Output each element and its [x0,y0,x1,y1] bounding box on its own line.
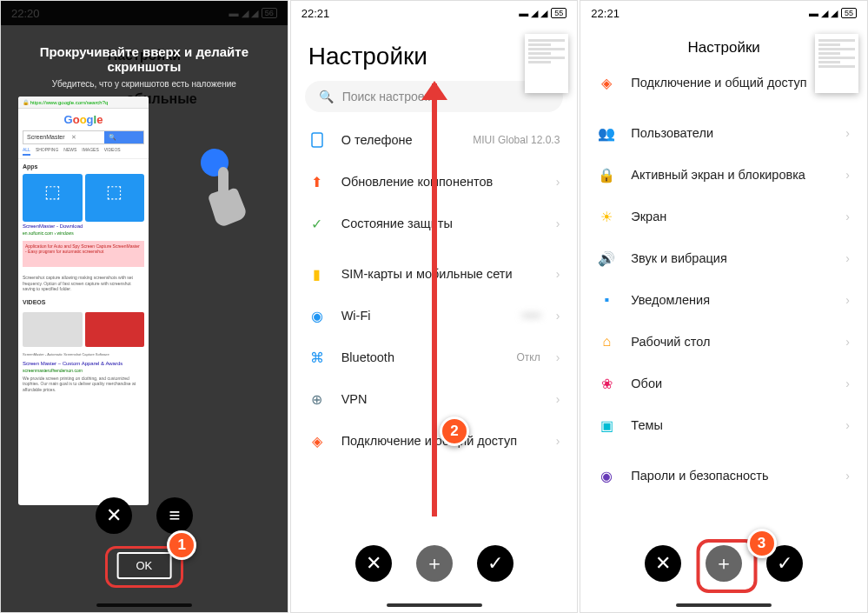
scroll-arrow-icon [432,83,437,516]
chevron-right-icon: › [845,376,850,390]
chevron-right-icon: › [845,293,850,307]
home-icon: ⌂ [598,333,615,350]
chevron-right-icon: › [556,217,560,230]
chevron-right-icon: › [556,392,560,406]
vpn-icon: ⊕ [308,390,326,408]
confirm-button[interactable]: ✓ [477,545,514,582]
ok-button[interactable]: OK [116,552,171,579]
status-time: 22:21 [301,7,330,20]
settings-row-users[interactable]: 👥Пользователи› [580,112,867,154]
chevron-right-icon: › [556,350,560,364]
sim-icon: ▮ [308,265,326,283]
action-buttons: ✕ ＋ ✓ [291,545,578,582]
status-icons: ▬ ◢ ◢ 55 [519,8,567,19]
tutorial-subtitle: Убедитесь, что у скриншотов есть наложен… [18,79,270,89]
chevron-right-icon: › [556,434,560,448]
action-buttons: ✕ ＋ ✓ [580,545,867,582]
brightness-icon: ☀ [598,208,615,225]
status-icons: ▬ ◢ ◢ 55 [809,8,857,19]
google-logo: Google [18,109,149,130]
sound-icon: 🔊 [598,250,615,267]
chevron-right-icon: › [845,126,850,140]
menu-icon[interactable]: ≡ [156,497,193,534]
settings-row-notif[interactable]: ▪Уведомления› [580,279,867,321]
search-icon: 🔍 [319,90,334,103]
settings-row-sound[interactable]: 🔊Звук и вибрация› [580,237,867,279]
notification-icon: ▪ [598,291,615,309]
settings-row-wallpaper[interactable]: ❀Обои› [580,363,867,404]
chevron-right-icon: › [556,309,560,323]
settings-row-themes[interactable]: ▣Темы› [580,404,867,446]
phone-icon [308,131,326,149]
demo-tabs: ALLSHOPPINGNEWSIMAGESVIDEOS [18,144,149,159]
themes-icon: ▣ [598,416,615,434]
cancel-button[interactable]: ✕ [355,545,392,582]
add-button[interactable]: ＋ [706,545,742,582]
cancel-icon[interactable]: ✕ [96,497,132,534]
chevron-right-icon: › [845,210,850,223]
add-button[interactable]: ＋ [416,545,453,582]
svg-rect-0 [312,133,322,147]
step-badge-1: 1 [167,530,196,560]
chevron-right-icon: › [845,251,850,265]
chevron-right-icon: › [845,168,850,182]
cancel-button[interactable]: ✕ [645,545,681,582]
bluetooth-icon: ⌘ [308,349,326,366]
share-icon: ◈ [308,432,326,450]
screenshot-thumbnail[interactable] [525,34,568,93]
share-icon: ◈ [598,74,615,91]
users-icon: 👥 [598,124,615,142]
screenshot-thumbnail[interactable] [815,34,858,93]
wallpaper-icon: ❀ [598,375,615,392]
chevron-right-icon: › [845,418,850,432]
settings-row-screen[interactable]: ☀Экран› [580,196,867,237]
swipe-gesture-icon [183,149,253,236]
settings-row-passwords[interactable]: ◉Пароли и безопасность› [580,455,867,496]
fingerprint-icon: ◉ [598,467,615,484]
chevron-right-icon: › [845,469,850,483]
tutorial-title: Прокручивайте вверх и делайте скриншоты [18,44,270,74]
status-bar: 22:21 ▬ ◢ ◢ 55 [580,1,867,25]
settings-row-desktop[interactable]: ⌂Рабочий стол› [580,321,867,363]
demo-search: ScreenMaster✕🔍 [23,130,144,144]
home-indicator [387,603,482,607]
chevron-right-icon: › [845,335,850,349]
step-badge-3: 3 [747,529,777,558]
shield-icon: ✓ [308,215,326,232]
chevron-right-icon: › [556,175,560,189]
phone-panel-1: 22:20 ▬ ◢ ◢ 56 Настройки обильные Пользо… [0,0,288,613]
action-buttons: ✕ ≡ [1,497,288,534]
wifi-icon: ◉ [308,307,326,324]
phone-panel-3: 22:21 ▬ ◢ ◢ 55 Настройки ◈Подключение и … [580,0,868,613]
chevron-right-icon: › [556,267,560,281]
status-time: 22:21 [591,7,620,20]
update-icon: ⬆ [308,173,326,190]
demo-url: 🔒 https://www.google.com/search?q [18,97,149,109]
status-bar: 22:21 ▬ ◢ ◢ 55 [291,1,578,25]
lock-icon: 🔒 [598,166,615,183]
step-badge-2: 2 [440,416,469,446]
home-indicator [676,603,772,607]
phone-panel-2: 22:21 ▬ ◢ ◢ 55 Настройки 🔍Поиск настроек… [290,0,579,613]
demo-screenshot: 🔒 https://www.google.com/search?q Google… [18,97,149,505]
settings-row-lock[interactable]: 🔒Активный экран и блокировка› [580,154,867,196]
